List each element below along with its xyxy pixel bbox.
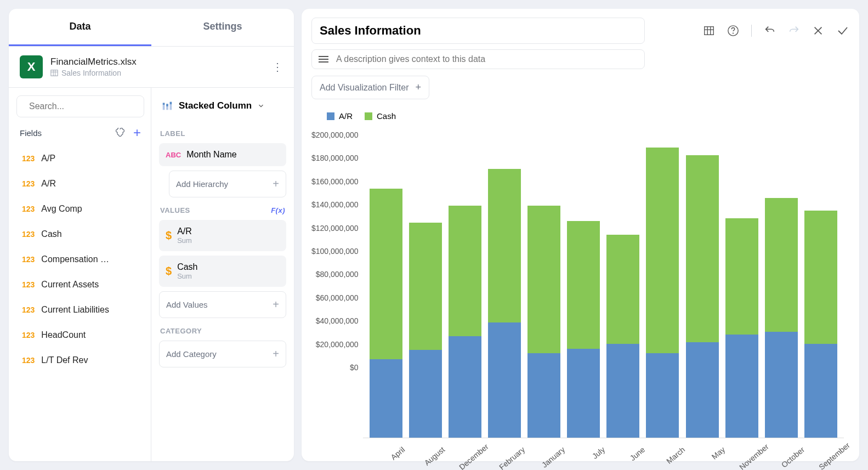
- legend-item[interactable]: Cash: [365, 111, 396, 121]
- bar-segment-ar: [527, 353, 560, 438]
- search-input[interactable]: [29, 101, 139, 111]
- value-pill[interactable]: $A/RSum: [159, 220, 286, 251]
- bar-segment-cash: [370, 189, 402, 359]
- value-pill[interactable]: $CashSum: [159, 256, 286, 287]
- bar-segment-cash: [567, 221, 600, 348]
- field-name: Compensation …: [41, 254, 109, 264]
- field-item[interactable]: 123L/T Def Rev: [16, 348, 144, 373]
- add-field-icon[interactable]: +: [133, 125, 141, 140]
- bar-column[interactable]: [765, 131, 798, 438]
- x-tick-label: March: [657, 444, 688, 470]
- bar-column[interactable]: [606, 131, 639, 438]
- svg-rect-8: [166, 106, 168, 110]
- field-item[interactable]: 123A/P: [16, 146, 144, 171]
- svg-rect-9: [166, 104, 168, 106]
- legend-item[interactable]: A/R: [327, 111, 353, 121]
- field-item[interactable]: 123HeadCount: [16, 322, 144, 348]
- left-panel: Data Settings FinancialMetrics.xlsx Sale…: [9, 9, 294, 461]
- bar-column[interactable]: [646, 131, 679, 438]
- y-tick-label: $160,000,000: [311, 177, 359, 186]
- field-item[interactable]: 123Current Liabilities: [16, 297, 144, 322]
- redo-icon[interactable]: [788, 25, 800, 37]
- confirm-icon[interactable]: [836, 24, 849, 37]
- field-name: Current Liabilities: [41, 305, 109, 315]
- svg-point-17: [733, 33, 734, 33]
- fields-column: Fields + 123A/P123A/R123Avg Comp123Cash1…: [9, 88, 151, 461]
- numeric-type-icon: 123: [22, 179, 35, 188]
- bar-column[interactable]: [409, 131, 442, 438]
- x-axis-labels: AprilAugustDecemberFebruaryJanuaryJulyJu…: [363, 438, 849, 452]
- undo-icon[interactable]: [764, 25, 776, 37]
- numeric-type-icon: 123: [22, 154, 35, 163]
- chart-title-input[interactable]: [311, 18, 645, 44]
- add-filter-button[interactable]: Add Visualization Filter +: [311, 76, 429, 99]
- bar-segment-ar: [686, 342, 719, 438]
- bar-segment-cash: [686, 155, 719, 343]
- fields-list: 123A/P123A/R123Avg Comp123Cash123Compens…: [16, 146, 144, 461]
- label-pill-month-name[interactable]: ABC Month Name: [159, 143, 286, 166]
- field-name: Cash: [41, 229, 61, 239]
- bar-segment-ar: [725, 335, 758, 438]
- viz-type-selector[interactable]: Stacked Column: [159, 95, 286, 121]
- table-view-icon[interactable]: [703, 25, 715, 37]
- bar-segment-ar: [449, 336, 481, 438]
- numeric-type-icon: 123: [22, 280, 35, 289]
- tab-data[interactable]: Data: [9, 9, 151, 46]
- search-box[interactable]: [16, 95, 144, 117]
- excel-icon: [20, 55, 43, 78]
- close-icon[interactable]: [812, 25, 824, 37]
- numeric-type-icon: 123: [22, 331, 35, 339]
- datasource-sub: Sales Information: [50, 69, 137, 77]
- field-item[interactable]: 123Compensation …: [16, 247, 144, 272]
- legend-swatch: [327, 112, 334, 120]
- toolbar-divider: [751, 25, 752, 37]
- add-hierarchy-button[interactable]: Add Hierarchy+: [169, 171, 286, 197]
- bar-column[interactable]: [725, 131, 758, 438]
- bar-segment-ar: [488, 322, 521, 438]
- description-row[interactable]: [311, 49, 645, 69]
- field-item[interactable]: 123Cash: [16, 222, 144, 247]
- fx-button[interactable]: F(x): [271, 206, 285, 214]
- bar-segment-cash: [409, 223, 442, 350]
- y-tick-label: $20,000,000: [316, 340, 359, 349]
- bar-column[interactable]: [449, 131, 481, 438]
- fields-label: Fields: [20, 128, 42, 138]
- bar-column[interactable]: [686, 131, 719, 438]
- add-category-button[interactable]: Add Category+: [159, 341, 286, 367]
- ai-icon[interactable]: [115, 127, 126, 139]
- bar-column[interactable]: [527, 131, 560, 438]
- value-pill-name: A/R: [177, 226, 192, 236]
- bar-segment-cash: [606, 235, 639, 344]
- y-tick-label: $200,000,000: [311, 131, 359, 139]
- y-tick-label: $60,000,000: [316, 293, 359, 302]
- bar-column[interactable]: [567, 131, 600, 438]
- toolbar: [703, 24, 849, 37]
- value-pill-agg: Sum: [177, 272, 197, 280]
- chart-area: $200,000,000$180,000,000$160,000,000$140…: [311, 125, 849, 452]
- legend-swatch: [365, 112, 372, 120]
- y-tick-label: $140,000,000: [311, 200, 359, 209]
- y-tick-label: $0: [350, 363, 359, 372]
- chart-plot: [363, 131, 844, 438]
- table-icon: [50, 69, 58, 77]
- bar-segment-ar: [646, 353, 679, 438]
- bar-column[interactable]: [370, 131, 402, 438]
- description-input[interactable]: [336, 54, 638, 64]
- bar-column[interactable]: [488, 131, 521, 438]
- x-tick-label: August: [417, 444, 448, 470]
- field-item[interactable]: 123Current Assets: [16, 272, 144, 297]
- bar-column[interactable]: [804, 131, 837, 438]
- svg-rect-0: [51, 70, 58, 76]
- field-name: A/P: [41, 154, 55, 163]
- section-label-values: VALUES F(x): [160, 206, 285, 214]
- add-values-button[interactable]: Add Values+: [159, 291, 286, 318]
- dollar-icon: $: [166, 229, 172, 242]
- help-icon[interactable]: [727, 25, 739, 37]
- datasource-more-icon[interactable]: ⋮: [272, 60, 283, 73]
- field-item[interactable]: 123A/R: [16, 171, 144, 196]
- numeric-type-icon: 123: [22, 356, 35, 365]
- right-panel: Add Visualization Filter + A/RCash $200,…: [302, 9, 859, 461]
- tab-settings[interactable]: Settings: [151, 9, 294, 46]
- field-item[interactable]: 123Avg Comp: [16, 196, 144, 222]
- bar-segment-cash: [765, 198, 798, 332]
